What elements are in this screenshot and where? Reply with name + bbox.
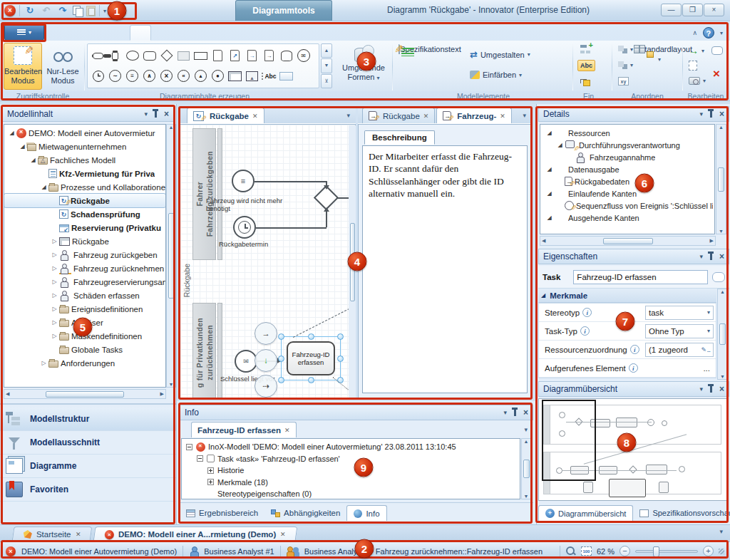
bottom-tab[interactable]: Ergebnisbereich	[180, 505, 264, 521]
tab-list-dropdown-icon[interactable]: ▾	[524, 426, 528, 433]
bottom-tab[interactable]: Info	[346, 505, 386, 521]
shape-gallery-item-icon[interactable]	[227, 68, 242, 85]
shape-gallery-item-icon[interactable]	[193, 68, 208, 85]
expander-icon[interactable]	[50, 252, 59, 258]
tab-startseite[interactable]: Startseite✕	[12, 527, 93, 541]
shape-gallery-item-icon[interactable]	[91, 47, 106, 64]
sidebar-nav-item[interactable]: Modellausschnitt	[0, 431, 176, 455]
refresh-icon[interactable]: ↻	[24, 4, 36, 17]
pin-icon[interactable]	[710, 254, 712, 260]
tree-vertical-scrollbar[interactable]: ▲▼	[166, 124, 176, 388]
property-value[interactable]: Ohne Typ	[645, 324, 714, 338]
shape-gallery-item-icon[interactable]	[91, 68, 106, 85]
pin-icon[interactable]	[514, 410, 516, 416]
ribbon-tab[interactable]	[130, 25, 151, 41]
tab-diagram-overview[interactable]: + Diagrammübersicht	[538, 505, 633, 521]
expander-icon[interactable]	[50, 292, 59, 299]
specification-text-button[interactable]: Spezifikationstext	[396, 42, 463, 89]
selection-handle[interactable]	[278, 377, 284, 383]
expander-icon[interactable]	[39, 360, 48, 366]
tree-item[interactable]: DEMO: Modell einer Autovermietur	[4, 126, 165, 140]
expander-icon[interactable]	[50, 306, 59, 312]
ribbon-tab[interactable]	[70, 25, 90, 41]
shape-gallery-item-icon[interactable]	[245, 47, 259, 64]
tree-item[interactable]: Anforderungen	[4, 356, 165, 370]
tab-list-dropdown-icon[interactable]: ▾	[346, 112, 350, 119]
tree-item[interactable]: Fachliches Modell	[4, 153, 165, 167]
info-icon[interactable]: i	[582, 308, 592, 317]
ribbon-tab[interactable]	[50, 25, 70, 41]
panel-menu-icon[interactable]: ▾	[699, 110, 703, 118]
restore-button[interactable]: ❐	[682, 4, 703, 16]
close-panel-icon[interactable]: ×	[523, 409, 528, 416]
select-page-button[interactable]	[686, 59, 700, 72]
bpmn-task-selected[interactable]: Fahrzeug-ID erfassen	[287, 341, 335, 375]
shape-gallery-item-icon[interactable]	[193, 47, 208, 64]
info-vertical-scrollbar[interactable]: ▲▼	[521, 438, 531, 499]
reshape-button[interactable]: Umgestalten▾	[467, 48, 533, 61]
shape-gallery-item-icon[interactable]	[125, 47, 140, 64]
gallery-more-icon[interactable]: ⊻	[321, 74, 332, 88]
diagram-canvas[interactable]: Rückgabe Fahrer Fahrzeug zurückgeben g f…	[180, 124, 356, 399]
paste-icon[interactable]	[86, 6, 96, 16]
info-tree-item[interactable]: InoX-Modell 'DEMO: Modell einer Autoverm…	[183, 441, 518, 453]
quick-insert-button[interactable]: ↓	[255, 349, 277, 372]
shape-edit-button[interactable]	[709, 45, 726, 56]
minimap-viewport[interactable]	[542, 400, 596, 481]
property-value[interactable]: (1 zugeord	[645, 343, 714, 357]
details-item[interactable]: Ausgehende Kanten	[542, 212, 713, 224]
shape-gallery-item-icon[interactable]	[279, 68, 294, 85]
expander-icon[interactable]	[545, 214, 554, 221]
shape-gallery-item-icon[interactable]	[262, 68, 277, 85]
quick-create-button[interactable]: →	[255, 322, 277, 345]
info-icon[interactable]: i	[580, 326, 590, 336]
insert-link-button[interactable]	[577, 76, 593, 88]
merkmale-section-header[interactable]: Merkmale	[538, 289, 716, 303]
shape-gallery-item-icon[interactable]	[125, 68, 140, 85]
ribbon-tab[interactable]	[90, 25, 110, 41]
edit-mode-button[interactable]: Bearbeiten Modus	[4, 43, 42, 90]
selection-handle[interactable]	[308, 333, 314, 340]
shape-gallery-item-icon[interactable]	[245, 68, 259, 85]
tree-item[interactable]: Prozesse und Kollaboratione	[4, 180, 165, 194]
shape-gallery-item-icon[interactable]	[159, 68, 174, 85]
qat-customize-dropdown-icon[interactable]: ▾	[103, 8, 106, 14]
property-value[interactable]: task	[645, 306, 714, 320]
sidebar-nav-item[interactable]: Modellstruktur	[0, 408, 176, 431]
details-item[interactable]: Sequenzfluss von Ereignis ':Schlüssel li	[542, 199, 713, 212]
expander-icon[interactable]	[50, 265, 59, 271]
go-to-button[interactable]: →▾	[686, 43, 707, 58]
shape-gallery-item-icon[interactable]	[176, 47, 191, 64]
distribute-button[interactable]: ▾	[615, 60, 636, 71]
close-panel-icon[interactable]: ×	[719, 253, 724, 260]
info-tree-item[interactable]: Merkmale (18)	[183, 477, 518, 489]
expander-icon[interactable]	[545, 130, 554, 136]
gallery-scroll-up-icon[interactable]: ▲	[321, 43, 332, 58]
details-item[interactable]: Rückgabedaten	[542, 175, 713, 187]
standard-layout-button[interactable]: Standardlayout ▾	[639, 42, 680, 89]
property-row[interactable]: Stereotyp i task	[539, 304, 716, 322]
minimize-button[interactable]: —	[661, 4, 682, 16]
bottom-tab[interactable]: Abhängigkeiten	[264, 505, 346, 521]
undo-icon[interactable]: ↶	[40, 4, 53, 17]
shape-gallery-item-icon[interactable]	[210, 68, 225, 85]
info-icon[interactable]: i	[629, 363, 638, 373]
tree-item[interactable]: Rückgabe	[4, 194, 165, 207]
pin-icon[interactable]	[155, 111, 157, 118]
props-vertical-scrollbar[interactable]: ▲▼	[717, 289, 728, 380]
redo-icon[interactable]: ↷	[56, 4, 69, 17]
close-panel-icon[interactable]: ×	[164, 110, 169, 118]
details-item[interactable]: Durchführungsverantwortung	[542, 139, 713, 151]
ribbon-tab[interactable]	[110, 25, 130, 41]
expander-icon[interactable]	[555, 142, 565, 148]
lane-header[interactable]: g für Privatkunden zurücknehmen	[192, 303, 216, 399]
close-button[interactable]: ×	[704, 4, 724, 16]
panel-menu-icon[interactable]: ▾	[699, 253, 703, 260]
app-logo-icon[interactable]	[4, 5, 16, 16]
diagram-tab[interactable]: Rückgabe✕	[187, 108, 264, 123]
expander-icon[interactable]	[545, 166, 554, 172]
tree-horizontal-scrollbar[interactable]: ◀▶	[4, 389, 166, 399]
tree-item[interactable]: Ereignisdefinitionen	[4, 302, 165, 316]
tree-item[interactable]: Fahrzeug zurücknehmen	[4, 261, 165, 275]
tree-item[interactable]: Rückgabe	[4, 234, 165, 248]
